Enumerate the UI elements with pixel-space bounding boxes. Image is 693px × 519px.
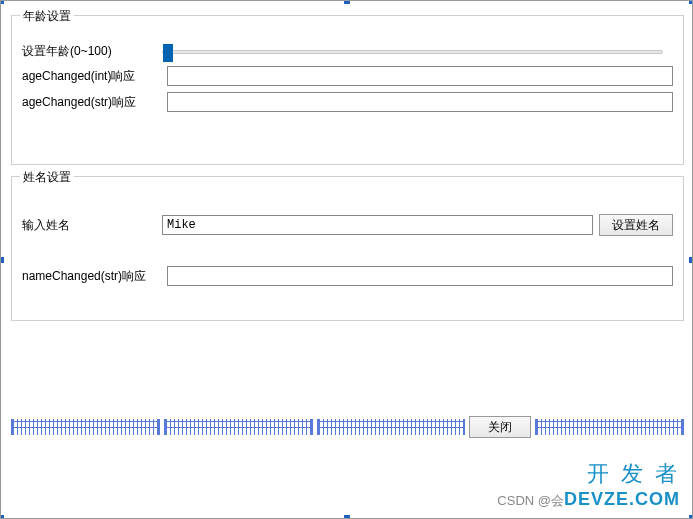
name-resp-input[interactable] [167,266,673,286]
age-group-title: 年龄设置 [20,8,74,25]
resize-handle[interactable] [0,257,4,263]
resize-handle[interactable] [344,0,350,4]
age-groupbox: 年龄设置 设置年龄(0~100) ageChanged(int)响应 ageCh… [11,15,684,165]
spacer-spring [164,419,313,435]
resize-handle[interactable] [0,0,4,4]
watermark-line1: 开 发 者 [497,459,680,489]
spacer-spring [535,419,684,435]
age-slider-thumb[interactable] [163,44,173,62]
age-int-label: ageChanged(int)响应 [22,68,167,85]
resize-handle[interactable] [689,515,693,519]
name-resp-label: nameChanged(str)响应 [22,268,167,285]
resize-handle[interactable] [344,515,350,519]
close-button[interactable]: 关闭 [469,416,531,438]
age-slider-label: 设置年龄(0~100) [22,43,162,60]
age-str-label: ageChanged(str)响应 [22,94,167,111]
watermark-line2: CSDN @会DEVZE.COM [497,489,680,510]
name-input[interactable] [162,215,593,235]
spacer-spring [11,419,160,435]
bottom-bar: 关闭 [11,416,684,438]
resize-handle[interactable] [689,0,693,4]
watermark: 开 发 者 CSDN @会DEVZE.COM [497,459,680,510]
name-input-label: 输入姓名 [22,217,162,234]
name-group-title: 姓名设置 [20,169,74,186]
age-str-input[interactable] [167,92,673,112]
age-slider[interactable] [162,50,663,54]
resize-handle[interactable] [689,257,693,263]
age-int-input[interactable] [167,66,673,86]
spacer-spring [317,419,466,435]
resize-handle[interactable] [0,515,4,519]
set-name-button[interactable]: 设置姓名 [599,214,673,236]
name-groupbox: 姓名设置 输入姓名 设置姓名 nameChanged(str)响应 [11,176,684,321]
